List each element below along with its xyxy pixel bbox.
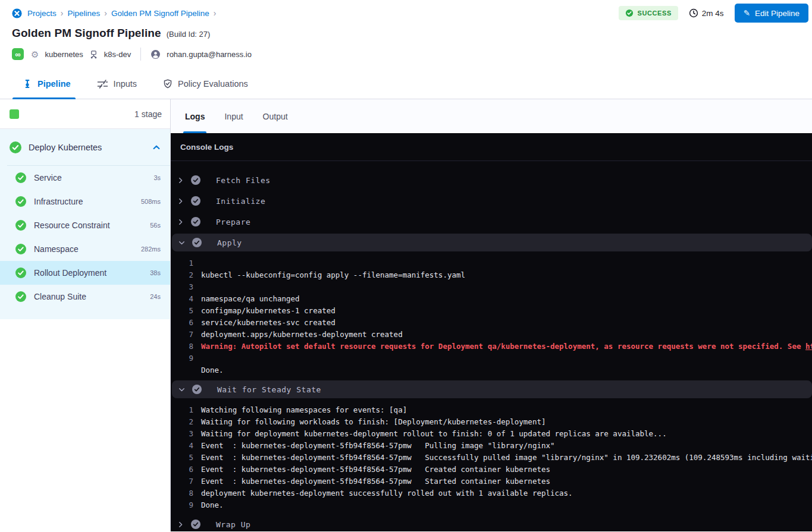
step-row-cleanup-suite[interactable]: Cleanup Suite24s [0,285,170,309]
chevron-down-icon[interactable] [177,240,186,246]
step-duration: 508ms [141,198,161,205]
environment-name[interactable]: k8s-dev [104,50,131,59]
log-line-text: Event : kubernetes-deployment-5fb94f8564… [201,476,550,487]
log-line: 9Done. [171,499,812,511]
tab-inputs[interactable]: Inputs [97,69,137,99]
tab-policy-evaluations-label: Policy Evaluations [178,79,248,89]
log-section-header-apply[interactable]: Apply [172,234,812,251]
breadcrumb-projects[interactable]: Projects [27,9,57,18]
chevron-up-icon[interactable] [152,143,161,152]
stage-success-icon [10,141,21,153]
log-section-body: 1Watching following namespaces for event… [171,401,812,515]
stage-count-row: 1 stage [0,99,170,129]
log-tab-bar: Logs Input Output [171,99,812,133]
log-line: 3 [171,281,812,293]
stage-status-square[interactable] [10,109,19,119]
chevron-right-icon[interactable] [176,521,184,528]
breadcrumb: Projects › Pipelines › Golden PM Signoff… [12,7,812,19]
log-line: 7deployment.apps/kubernetes-deployment c… [171,329,812,341]
section-success-icon [192,385,202,394]
chevron-down-icon[interactable] [177,386,186,393]
log-line-text: Done. [201,364,224,376]
log-line-number: 6 [171,317,193,329]
chevron-right-icon[interactable] [176,219,184,225]
duration-value: 2m 4s [702,9,724,18]
step-duration: 282ms [141,245,161,253]
environment-icon [89,50,98,59]
log-line-text: service/kubernetes-svc created [201,317,336,329]
step-success-icon [15,220,26,231]
log-line-text: Event : kubernetes-deployment-5fb94f8564… [201,440,555,452]
service-name[interactable]: kubernetes [45,50,83,59]
log-line-number: 7 [171,329,193,341]
log-section-header-wrap-up[interactable]: Wrap Up [171,515,812,531]
log-line: 1Watching following namespaces for event… [171,404,812,416]
status-badge: SUCCESS [619,6,678,20]
step-row-namespace[interactable]: Namespace282ms [0,237,170,261]
section-title: Fetch Files [216,176,271,185]
step-duration: 38s [150,269,161,276]
log-line-number: 1 [171,257,193,269]
tab-pipeline[interactable]: Pipeline [23,69,71,99]
log-section-header-prepare[interactable]: Prepare [171,213,812,231]
tab-logs[interactable]: Logs [185,99,205,133]
log-line-number: 1 [171,404,193,416]
user-email[interactable]: rohan.gupta@harness.io [167,50,252,59]
step-row-resource-constraint[interactable]: Resource Constraint56s [0,213,170,237]
chevron-right-icon[interactable] [176,177,184,184]
log-line-number: 4 [171,293,193,305]
tab-input[interactable]: Input [224,99,243,133]
duration: 2m 4s [689,8,724,18]
log-line: 8Warning: Autopilot set default resource… [171,341,812,352]
log-line: 2Waiting for following workloads to fini… [171,416,812,428]
log-line: 4Event : kubernetes-deployment-5fb94f856… [171,440,812,452]
log-section-header-wait-for-steady-state[interactable]: Wait for Steady State [172,380,812,398]
step-duration: 24s [150,293,161,300]
log-line-text: Event : kubernetes-deployment-5fb94f8564… [201,452,812,464]
log-line-text: Waiting for following workloads to finis… [201,416,545,428]
page-title: Golden PM Signoff Pipeline [12,27,161,40]
log-line-number: 5 [171,452,193,464]
breadcrumb-pipelines[interactable]: Pipelines [67,9,100,18]
breadcrumb-pipeline-name[interactable]: Golden PM Signoff Pipeline [111,9,209,18]
console-logs-title: Console Logs [180,143,233,152]
breadcrumb-separator: › [61,8,64,18]
pencil-icon: ✎ [744,8,750,18]
step-row-rollout-deployment[interactable]: Rollout Deployment38s [0,261,170,285]
service-gear-icon: ⚙ [31,50,39,59]
step-name: Namespace [34,244,133,254]
meta-divider [140,48,141,61]
console: Console Logs Fetch FilesInitializePrepar… [171,133,812,531]
log-line-number: 8 [171,341,193,352]
log-line-text: Done. [201,499,224,511]
step-row-infrastructure[interactable]: Infrastructure508ms [0,190,170,213]
shield-check-icon [163,79,173,89]
log-line-number: 2 [171,269,193,281]
log-line-number: 3 [171,428,193,440]
tab-policy-evaluations[interactable]: Policy Evaluations [163,69,248,99]
log-line-text: namespace/qa unchanged [201,293,300,305]
pipeline-icon [23,79,32,89]
harness-logo-icon[interactable] [12,8,22,18]
tab-output[interactable]: Output [263,99,288,133]
step-row-service[interactable]: Service3s [0,166,170,190]
harness-pipeline-execution-page: Projects › Pipelines › Golden PM Signoff… [0,0,812,531]
log-line-number [171,364,193,376]
step-duration: 3s [153,174,161,181]
log-section-header-fetch-files[interactable]: Fetch Files [171,171,812,189]
section-title: Wrap Up [216,520,250,529]
log-section-header-initialize[interactable]: Initialize [171,192,812,210]
log-line: 6service/kubernetes-svc created [171,317,812,329]
chevron-right-icon[interactable] [176,198,184,204]
success-check-icon [625,9,634,17]
edit-pipeline-button[interactable]: ✎ Edit Pipeline [735,4,808,23]
stage-header-deploy-kubernetes[interactable]: Deploy Kubernetes [0,129,170,166]
log-line-number: 6 [171,464,193,476]
step-name: Rollout Deployment [34,268,142,278]
main-tab-bar: Pipeline Inputs Policy Evaluations [0,69,812,99]
step-name: Service [34,173,146,182]
clock-icon [689,8,698,18]
log-line-link[interactable]: http://g [805,342,812,351]
inputs-icon [97,80,108,89]
section-title: Apply [217,238,242,247]
